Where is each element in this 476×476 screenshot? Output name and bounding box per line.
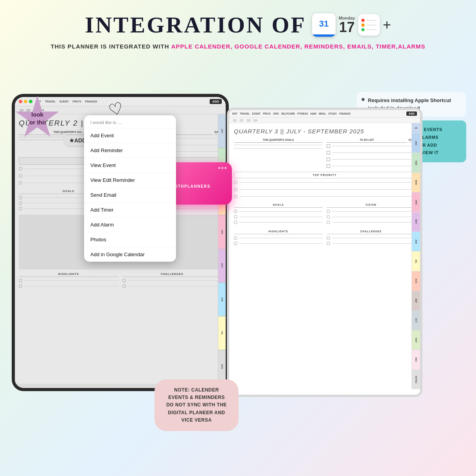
g-c-2: [19, 201, 22, 205]
r-tab-notes[interactable]: NOTES: [412, 370, 420, 389]
r-nav-org[interactable]: ORG: [273, 112, 279, 115]
right-goals-label: GOALS: [234, 203, 323, 208]
right-goals-section: GOALS: [234, 203, 323, 226]
subtitle-highlight: APPLE CALENDER, GOOGLE CALENDER, REMINDE…: [171, 43, 426, 50]
nav-finance[interactable]: FINANCE: [85, 100, 97, 103]
month-may[interactable]: MAY: [218, 249, 226, 283]
month-jul[interactable]: JUL: [218, 316, 226, 350]
r-tab-oct[interactable]: OCT: [412, 311, 420, 331]
popup-add-alarm[interactable]: Add Alarm: [84, 217, 176, 232]
right-month-sidebar: ❮ JAN FEB MAR APR MAY JUN JUL AUG SEP OC…: [411, 123, 420, 389]
right-challenges: CHALLENGES: [327, 230, 415, 247]
r-nav-finance[interactable]: FINANCE: [339, 112, 350, 115]
look-badge: lookfor this: [15, 96, 60, 141]
r-tab-feb[interactable]: FEB: [412, 153, 420, 172]
rg-row-1: [234, 210, 323, 213]
popup-add-event[interactable]: Add Event: [84, 128, 176, 143]
r-tab-arrow[interactable]: ❮: [412, 123, 420, 133]
r-nav-ent[interactable]: ENT: [232, 112, 237, 115]
nav-pros[interactable]: PRO'S: [73, 100, 81, 103]
rhl-2: [234, 242, 323, 245]
rq1[interactable]: Q1: [233, 119, 237, 122]
right-todo-label: TO DO LIST: [327, 138, 407, 143]
r-nav-selfcare[interactable]: SELFCARE: [281, 112, 295, 115]
right-planner-body: QUARTERLY 3 || JULY - SEPTEMBER 2025 THI…: [229, 123, 420, 389]
r-tab-mar[interactable]: MAR: [412, 173, 420, 192]
rq4[interactable]: Q4: [253, 119, 257, 122]
r-tab-jul[interactable]: JUL: [412, 251, 420, 271]
right-tablet-screen: ENT TRAVEL EVENT PRO'S ORG SELFCARE FITN…: [229, 110, 420, 395]
r-cb-row-3: [327, 158, 415, 161]
r-p-row-1: [234, 181, 415, 184]
r-nav-hw[interactable]: H&W: [310, 112, 316, 115]
r-checkbox-1[interactable]: [327, 144, 330, 148]
right-nav-add[interactable]: ADD: [406, 111, 417, 116]
gcal-number: 31: [312, 13, 336, 34]
right-goals-header: THIS QUARTER'S GOALS: [234, 138, 323, 143]
reminder-line: [366, 29, 377, 30]
r-nav-fitness[interactable]: FITNESS: [297, 112, 308, 115]
app-card-dots: [218, 167, 226, 169]
r-tab-apr[interactable]: APR: [412, 192, 420, 212]
rv-row-3: [327, 221, 415, 224]
popup-menu: I would like to .... Add Event Add Remin…: [84, 115, 176, 262]
rg-row-2: [234, 215, 323, 219]
popup-view-event[interactable]: View Event: [84, 158, 176, 173]
r-nav-pros[interactable]: PRO'S: [263, 112, 271, 115]
r-cb-row-4: [327, 164, 415, 168]
month-jun[interactable]: JUN: [218, 283, 226, 316]
r-tab-aug[interactable]: AUG: [412, 271, 420, 291]
nav-event[interactable]: EVENT: [59, 100, 68, 103]
r-tab-sep[interactable]: SEP: [412, 291, 420, 311]
month-year[interactable]: 2025: [218, 350, 226, 384]
g-c-1: [19, 196, 22, 199]
google-calendar-icon: 31: [312, 13, 336, 37]
r-checkbox-2[interactable]: [327, 151, 330, 154]
popup-add-timer[interactable]: Add Timer: [84, 203, 176, 217]
month-apr[interactable]: APR: [218, 215, 226, 249]
r-tab-jan[interactable]: JAN: [412, 133, 420, 153]
nav-add-button[interactable]: ADD: [210, 99, 222, 104]
r-p-row-3: [234, 195, 415, 198]
popup-add-google-cal[interactable]: Add in Google Calendar: [84, 247, 176, 262]
r-nav-study[interactable]: STUDY: [328, 112, 337, 115]
right-goals-todo: THIS QUARTER'S GOALS TO DO LIST DATE: [234, 138, 415, 169]
card-dot-1: [218, 167, 220, 169]
hl-row-1: [19, 279, 119, 282]
asterisk-icon: *: [361, 97, 365, 105]
r-nav-meal[interactable]: MEAL: [319, 112, 326, 115]
popup-header: I would like to ....: [84, 115, 176, 128]
month-sidebar-left: JAN FEB MAR APR MAY JUN JUL 2025: [218, 114, 226, 384]
r-checkbox-3[interactable]: [327, 158, 330, 161]
subtitle: THIS PLANNER IS INTEGRATED WITH APPLE CA…: [8, 42, 468, 51]
r-checkbox-4[interactable]: [327, 164, 330, 168]
rq3[interactable]: Q3: [247, 119, 250, 122]
r-nav-travel[interactable]: TRAVEL: [240, 112, 250, 115]
r-cb-row-1: [327, 144, 415, 148]
page: INTEGRATION OF 31 Monday 17: [0, 0, 476, 476]
priority-circle-1: [19, 167, 22, 171]
right-highlights-label: HIGHLIGHTS: [234, 230, 323, 234]
right-highlights: HIGHLIGHTS: [234, 230, 323, 247]
popup-send-email[interactable]: Send Email: [84, 188, 176, 203]
rhl-1: [234, 236, 323, 240]
r-tab-may[interactable]: MAY: [412, 212, 420, 232]
right-priority-circles: [234, 181, 415, 200]
right-checkbox-list: [327, 144, 415, 169]
reminders-icon: [358, 14, 380, 36]
month-jan[interactable]: JAN: [218, 114, 226, 148]
r-tab-dec[interactable]: DEC: [412, 350, 420, 370]
plus-icon: +: [383, 18, 391, 32]
popup-photos[interactable]: Photos: [84, 232, 176, 247]
r-nav-event[interactable]: EVENT: [252, 112, 261, 115]
popup-view-edit-reminder[interactable]: View Edit Reminder: [84, 173, 176, 188]
right-goals-vision: GOALS VISION: [234, 203, 415, 226]
popup-add-reminder[interactable]: Add Reminder: [84, 143, 176, 158]
r-tab-nov[interactable]: NOV: [412, 331, 420, 350]
main-title: INTEGRATION OF: [85, 12, 306, 38]
r-tab-jun[interactable]: JUN: [412, 232, 420, 251]
rq2[interactable]: Q2: [240, 119, 243, 122]
rv-row-1: [327, 210, 415, 213]
right-nav-links: ENT TRAVEL EVENT PRO'S ORG SELFCARE FITN…: [232, 112, 404, 115]
rg-row-3: [234, 221, 323, 224]
